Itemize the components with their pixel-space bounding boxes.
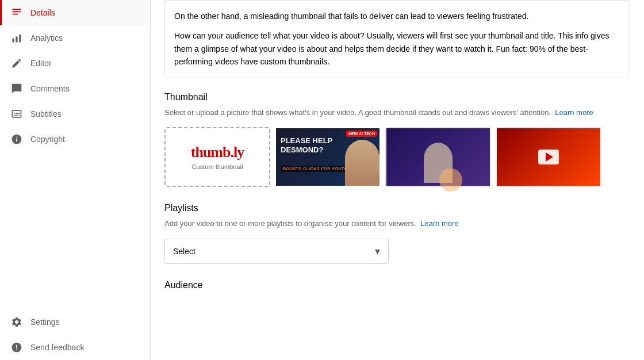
sidebar-item-comments-label: Comments xyxy=(30,84,70,93)
svg-rect-2 xyxy=(13,14,18,15)
ai-thumb-visual: NEW AI TECH PLEASE HELP DESMOND? BOOSTS … xyxy=(276,128,379,186)
sidebar: Details Analytics Editor Comments Subtit… xyxy=(0,0,151,360)
custom-thumbnail-card[interactable]: thumb.ly Custom thumbnail xyxy=(164,127,270,187)
svg-rect-1 xyxy=(13,12,21,13)
ai-title1: PLEASE HELP xyxy=(281,136,332,145)
main-content: On the other hand, a misleading thumbnai… xyxy=(151,0,644,360)
analytics-icon xyxy=(11,32,22,44)
comments-icon xyxy=(11,83,22,94)
thumb-dark2-visual xyxy=(497,128,600,186)
thumbnail-row: thumb.ly Custom thumbnail NEW AI TECH PL… xyxy=(164,127,630,187)
sidebar-item-comments[interactable]: Comments xyxy=(0,76,150,101)
thumb-dark1-visual xyxy=(386,128,490,186)
copyright-icon xyxy=(11,133,22,145)
play-button-overlay xyxy=(538,150,559,164)
thumbnail-desc: Select or upload a picture that shows wh… xyxy=(164,107,630,118)
settings-icon xyxy=(11,316,22,328)
svg-rect-3 xyxy=(13,39,14,43)
playlists-desc-text: Add your video to one or more playlists … xyxy=(164,219,416,228)
thumbly-logo: thumb.ly xyxy=(191,144,244,161)
playlists-select-dropdown[interactable]: Select ▾ xyxy=(164,239,389,264)
audience-title: Audience xyxy=(164,280,630,290)
playlists-desc: Add your video to one or more playlists … xyxy=(164,218,630,229)
thumbnail-option-3[interactable] xyxy=(496,127,601,187)
thumbnail-section: Thumbnail Select or upload a picture tha… xyxy=(164,92,630,187)
subtitles-icon xyxy=(11,108,22,120)
sidebar-item-editor-label: Editor xyxy=(30,59,52,68)
thumb-dark1-overlay xyxy=(386,128,490,186)
sidebar-item-details[interactable]: Details xyxy=(0,0,150,25)
sidebar-item-copyright-label: Copyright xyxy=(30,135,65,144)
svg-rect-5 xyxy=(19,35,21,42)
ai-badge: NEW AI TECH xyxy=(346,131,377,137)
svg-rect-0 xyxy=(13,9,21,10)
thumbnail-option-2[interactable] xyxy=(385,127,491,187)
description-block: On the other hand, a misleading thumbnai… xyxy=(164,0,630,78)
playlists-title: Playlists xyxy=(164,203,630,213)
description-para2: How can your audience tell what your vid… xyxy=(174,29,620,68)
svg-rect-4 xyxy=(16,37,17,43)
ai-title2: DESMOND? xyxy=(281,145,323,155)
thumbnail-learn-more-link[interactable]: Learn more xyxy=(555,108,593,117)
details-icon xyxy=(11,7,22,18)
thumbnail-title: Thumbnail xyxy=(164,92,630,102)
sidebar-item-copyright[interactable]: Copyright xyxy=(0,127,150,152)
ai-thumbnail-card[interactable]: NEW AI TECH PLEASE HELP DESMOND? BOOSTS … xyxy=(275,127,381,187)
sidebar-item-settings-label: Settings xyxy=(30,317,60,327)
select-label: Select xyxy=(173,247,195,256)
playlists-section: Playlists Add your video to one or more … xyxy=(164,203,630,264)
sidebar-item-analytics-label: Analytics xyxy=(30,33,63,43)
sidebar-item-subtitles-label: Subtitles xyxy=(30,109,62,118)
editor-icon xyxy=(11,58,22,69)
sidebar-item-subtitles[interactable]: Subtitles xyxy=(0,101,150,127)
person-silhouette xyxy=(424,143,453,183)
playlists-learn-more-link[interactable]: Learn more xyxy=(420,219,458,228)
sidebar-item-editor[interactable]: Editor xyxy=(0,51,150,76)
feedback-icon xyxy=(11,342,22,353)
ai-person-shape xyxy=(345,140,379,186)
description-para1: On the other hand, a misleading thumbnai… xyxy=(174,10,620,22)
sidebar-item-details-label: Details xyxy=(30,8,55,17)
sidebar-item-send-feedback-label: Send feedback xyxy=(30,343,84,352)
sidebar-item-send-feedback[interactable]: Send feedback xyxy=(0,335,150,360)
thumbnail-desc-text: Select or upload a picture that shows wh… xyxy=(164,108,551,117)
sidebar-item-analytics[interactable]: Analytics xyxy=(0,25,150,51)
custom-thumbnail-label: Custom thumbnail xyxy=(192,163,243,170)
audience-section: Audience xyxy=(164,280,630,290)
sidebar-item-settings[interactable]: Settings xyxy=(0,309,150,335)
chevron-down-icon: ▾ xyxy=(375,245,380,258)
